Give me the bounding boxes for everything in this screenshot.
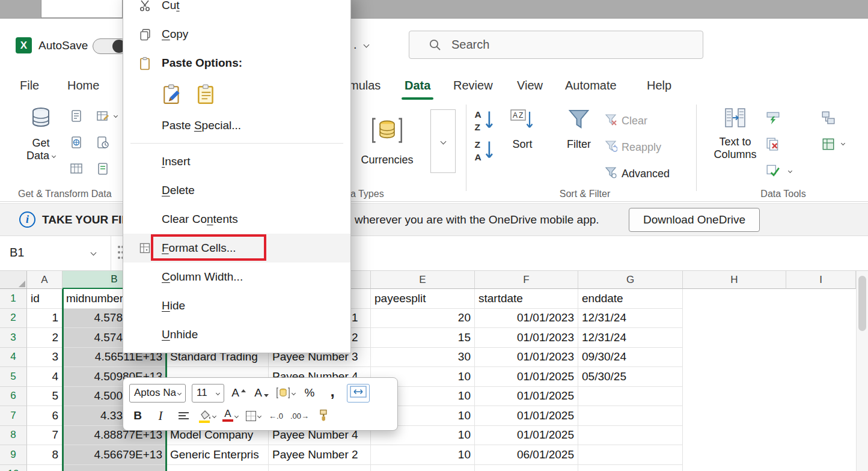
cell-E1[interactable]: payeesplit — [371, 289, 475, 309]
data-types-gallery[interactable] — [430, 109, 456, 173]
menu-item-column-width[interactable]: Column Width... — [123, 263, 350, 291]
row-header-10[interactable]: 10 — [0, 465, 27, 471]
flash-fill-icon[interactable] — [766, 111, 780, 127]
tab-review[interactable]: Review — [453, 71, 493, 100]
row-header-6[interactable]: 6 — [0, 387, 27, 407]
row-header-4[interactable]: 4 — [0, 348, 27, 368]
cell-A7[interactable]: 6 — [27, 406, 63, 426]
cell-F3[interactable]: 01/01/2023 — [475, 328, 578, 348]
bold-button[interactable]: B — [129, 407, 146, 425]
recent-sources-icon[interactable] — [96, 136, 109, 151]
row-header-5[interactable]: 5 — [0, 367, 27, 387]
cell-A10[interactable] — [27, 465, 63, 471]
edit-query-icon[interactable] — [96, 109, 109, 125]
cell-G7[interactable] — [578, 406, 683, 426]
tab-automate[interactable]: Automate — [565, 71, 617, 100]
table-range-icon[interactable] — [70, 162, 83, 178]
cell-F8[interactable]: 01/01/2025 — [475, 426, 578, 446]
menu-item-cut[interactable]: Cut — [123, 0, 350, 20]
tab-file[interactable]: File — [20, 71, 39, 100]
menu-item-clear-contents[interactable]: Clear Contents — [123, 205, 350, 234]
cell-C9[interactable]: Generic Enterpris — [167, 445, 269, 465]
sort-button[interactable]: AZ Sort — [504, 108, 541, 151]
tab-data[interactable]: Data — [405, 71, 430, 100]
filter-button[interactable]: Filter — [557, 107, 601, 151]
font-color-button[interactable]: A — [222, 407, 239, 425]
advanced-filter-button[interactable]: Advanced — [604, 166, 670, 182]
increase-decimal-button[interactable]: .00→ — [290, 407, 309, 425]
cell-G1[interactable]: enddate — [578, 289, 683, 309]
cell-C10[interactable] — [167, 465, 269, 471]
text-to-columns-button[interactable]: Text to Columns — [713, 107, 757, 161]
cell-E10[interactable] — [371, 465, 475, 471]
cell-G2[interactable]: 12/31/24 — [578, 309, 683, 329]
column-header-A[interactable]: A — [27, 271, 63, 289]
menu-item-unhide[interactable]: Unhide — [123, 320, 350, 349]
cell-A2[interactable]: 1 — [27, 309, 63, 329]
row-header-9[interactable]: 9 — [0, 445, 27, 465]
accounting-format-button[interactable] — [276, 384, 295, 402]
tab-home[interactable]: Home — [67, 71, 99, 100]
scrollbar-thumb[interactable] — [858, 276, 866, 331]
cell-G8[interactable] — [578, 426, 683, 446]
select-all-corner[interactable] — [0, 271, 27, 289]
font-size-select[interactable]: 11 — [192, 384, 224, 403]
menu-item-copy[interactable]: Copy — [123, 20, 350, 49]
decrease-decimal-button[interactable]: ←.0 — [267, 407, 284, 425]
cell-A1[interactable]: id — [27, 289, 63, 309]
cell-A8[interactable]: 7 — [27, 426, 63, 446]
filename-chevron-icon[interactable] — [364, 42, 370, 48]
cell-E2[interactable]: 20 — [371, 309, 475, 329]
cell-G6[interactable] — [578, 387, 683, 407]
cell-A5[interactable]: 4 — [27, 367, 63, 387]
cell-F1[interactable]: startdate — [475, 289, 578, 309]
font-name-select[interactable]: Aptos Na — [129, 384, 186, 403]
cell-F10[interactable] — [475, 465, 578, 471]
tab-view[interactable]: View — [517, 71, 543, 100]
align-center-button[interactable] — [175, 407, 192, 425]
cell-D10[interactable] — [269, 465, 371, 471]
cell-D9[interactable]: Payee Number 2 — [269, 445, 371, 465]
excel-logo-icon[interactable]: X — [16, 37, 32, 53]
cell-F9[interactable]: 06/01/2025 — [475, 445, 578, 465]
cell-G10[interactable] — [578, 465, 683, 471]
cell-A4[interactable]: 3 — [27, 348, 63, 368]
cell-B9[interactable]: 4.56679E+13 — [63, 445, 167, 465]
column-header-E[interactable]: E — [371, 271, 475, 289]
cell-E3[interactable]: 15 — [371, 328, 475, 348]
cell-E9[interactable]: 10 — [371, 445, 475, 465]
cell-B10[interactable] — [63, 465, 167, 471]
column-header-I[interactable]: I — [786, 271, 856, 289]
chevron-down-icon[interactable] — [841, 141, 845, 145]
cell-F5[interactable]: 01/01/2025 — [475, 367, 578, 387]
relationships-icon[interactable] — [821, 111, 836, 127]
menu-item-paste-special[interactable]: Paste Special... — [123, 111, 350, 140]
menu-item-insert[interactable]: Insert — [123, 147, 350, 176]
get-data-button[interactable]: Get Data — [20, 106, 61, 162]
format-painter-button[interactable] — [315, 407, 332, 425]
remove-duplicates-icon[interactable] — [766, 137, 780, 154]
cell-A3[interactable]: 2 — [27, 328, 63, 348]
column-header-H[interactable]: H — [683, 271, 786, 289]
download-onedrive-button[interactable]: Download OneDrive — [629, 208, 760, 232]
row-header-7[interactable]: 7 — [0, 406, 27, 426]
merge-center-button[interactable] — [347, 384, 370, 402]
row-header-2[interactable]: 2 — [0, 309, 27, 329]
paste-formatting-button[interactable] — [160, 82, 185, 106]
chevron-down-icon[interactable] — [788, 169, 792, 173]
chevron-down-icon[interactable] — [114, 114, 118, 118]
cell-G4[interactable]: 09/30/24 — [578, 348, 683, 368]
fill-color-button[interactable] — [198, 407, 216, 425]
column-header-F[interactable]: F — [475, 271, 578, 289]
consolidate-icon[interactable] — [821, 137, 836, 154]
cell-G5[interactable]: 05/30/25 — [578, 367, 683, 387]
increase-font-size-button[interactable]: A — [230, 384, 247, 402]
clear-filter-button[interactable]: Clear — [604, 113, 647, 129]
name-box[interactable]: B1 — [0, 236, 111, 270]
menu-item-paste-options[interactable]: Paste Options: — [123, 49, 350, 77]
cell-G3[interactable]: 12/31/24 — [578, 328, 683, 348]
row-header-3[interactable]: 3 — [0, 328, 27, 348]
formula-bar-drag-handle[interactable] — [118, 246, 120, 248]
menu-item-hide[interactable]: Hide — [123, 291, 350, 320]
cell-G9[interactable] — [578, 445, 683, 465]
